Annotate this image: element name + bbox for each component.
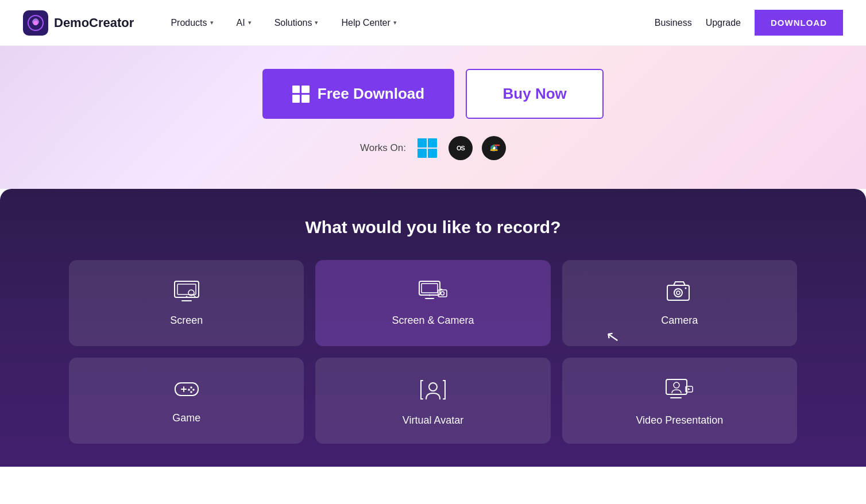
record-card-camera[interactable]: Camera [562,260,797,346]
nav-solutions[interactable]: Solutions ▾ [265,13,328,33]
products-chevron-icon: ▾ [210,19,214,26]
windows-icon [415,136,439,160]
screen-card-label: Screen [170,315,203,327]
nav-help-center[interactable]: Help Center ▾ [332,13,405,33]
record-card-screen-camera[interactable]: Screen & Camera [315,260,550,346]
video-presentation-card-label: Video Presentation [636,414,723,427]
camera-icon [667,281,692,304]
svg-point-31 [674,382,679,388]
navigation: DemoCreator Products ▾ AI ▾ Solutions ▾ … [0,0,866,46]
svg-point-7 [185,296,187,298]
works-on: Works On: OS [360,136,506,160]
record-card-game[interactable]: Game [69,358,304,444]
nav-upgrade[interactable]: Upgrade [706,18,741,28]
screen-icon [174,281,199,304]
windows-logo-icon [292,86,310,103]
svg-point-25 [190,386,192,389]
svg-point-29 [429,383,437,391]
game-card-label: Game [172,412,200,424]
nav-right: Business Upgrade DOWNLOAD [655,10,843,36]
nav-products[interactable]: Products ▾ [161,13,222,33]
svg-point-28 [190,391,192,393]
screen-camera-icon [419,281,447,304]
svg-point-20 [676,291,680,294]
solutions-chevron-icon: ▾ [315,19,318,26]
macos-icon: OS [449,136,473,160]
ai-chevron-icon: ▾ [248,19,252,26]
logo-text: DemoCreator [54,15,134,30]
svg-rect-5 [175,281,199,297]
virtual-avatar-card-label: Virtual Avatar [403,414,463,427]
svg-point-26 [192,389,195,391]
record-card-screen[interactable]: Screen [69,260,304,346]
game-icon [172,378,201,402]
svg-point-13 [428,294,430,296]
svg-point-1 [33,21,38,25]
svg-rect-17 [439,289,442,290]
svg-point-16 [440,292,444,295]
virtual-avatar-icon [420,378,446,404]
buy-now-button[interactable]: Buy Now [466,69,604,119]
svg-rect-6 [177,284,196,294]
svg-rect-12 [422,284,438,293]
hero-section: Free Download Buy Now Works On: OS [0,46,866,189]
video-presentation-icon [665,378,694,404]
svg-rect-30 [666,379,687,394]
logo-icon [23,10,48,36]
screen-camera-card-label: Screen & Camera [392,315,474,327]
help-chevron-icon: ▾ [393,19,397,26]
free-download-button[interactable]: Free Download [262,69,454,119]
svg-point-21 [685,288,687,289]
camera-card-label: Camera [661,315,698,327]
record-card-virtual-avatar[interactable]: Virtual Avatar [315,358,550,444]
works-on-label: Works On: [360,142,406,154]
svg-point-27 [188,389,190,391]
chrome-icon [482,136,506,160]
hero-buttons: Free Download Buy Now [262,69,604,119]
record-card-video-presentation[interactable]: Video Presentation [562,358,797,444]
record-cards-grid: Screen Screen & Camera [69,260,797,444]
nav-download-button[interactable]: DOWNLOAD [755,10,843,36]
record-section: What would you like to record? Screen [0,189,866,467]
nav-business[interactable]: Business [655,18,692,28]
logo[interactable]: DemoCreator [23,10,134,36]
svg-point-19 [674,289,682,297]
nav-ai[interactable]: AI ▾ [227,13,261,33]
nav-links: Products ▾ AI ▾ Solutions ▾ Help Center … [161,13,654,33]
record-section-title: What would you like to record? [69,218,797,237]
